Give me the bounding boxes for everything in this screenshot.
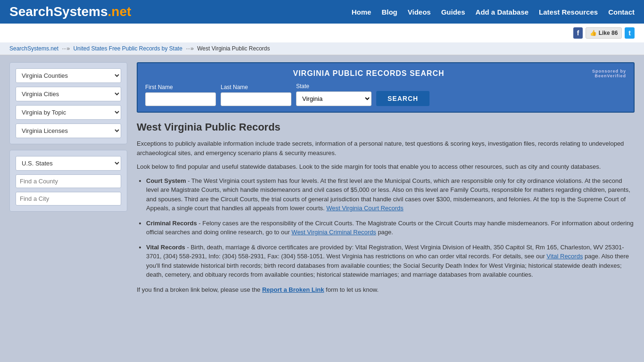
virginia-cities-select[interactable]: Virginia Cities Alexandria Bristol — [16, 87, 121, 101]
virginia-counties-select[interactable]: Virginia Counties Accomack Albemarle All… — [16, 68, 121, 83]
nav-blog[interactable]: Blog — [381, 8, 397, 16]
search-box-title: VIRGINIA PUBLIC RECORDS SEARCH Sponsored… — [145, 69, 626, 78]
search-box-heading: VIRGINIA PUBLIC RECORDS SEARCH — [145, 69, 592, 78]
sidebar-section-virginia: Virginia Counties Accomack Albemarle All… — [9, 62, 127, 144]
breadcrumb-sep1: ···» — [62, 45, 70, 52]
nav-contact[interactable]: Contact — [608, 8, 635, 16]
last-name-input[interactable] — [221, 92, 291, 106]
breadcrumb-states[interactable]: United States Free Public Records by Sta… — [73, 45, 182, 52]
intro-paragraph-2: Look below to find popular and useful st… — [137, 162, 635, 172]
content-area: VIRGINIA PUBLIC RECORDS SEARCH Sponsored… — [127, 62, 635, 299]
first-name-input[interactable] — [145, 92, 216, 106]
page-title: West Virginia Public Records — [137, 121, 635, 133]
vital-records-link[interactable]: Vital Records — [546, 253, 583, 260]
content-list: Court System - The West Virginia court s… — [137, 176, 635, 280]
first-name-group: First Name — [145, 84, 216, 106]
report-broken-link[interactable]: Report a Broken Link — [262, 286, 324, 293]
us-states-select[interactable]: U.S. States Alabama Alaska West Virginia — [16, 156, 121, 171]
breadcrumb-current: West Virginia Public Records — [197, 45, 270, 52]
breadcrumb-sep2: ···» — [186, 45, 194, 52]
breadcrumb: SearchSystems.net ···» United States Fre… — [0, 42, 644, 55]
virginia-by-topic-select[interactable]: Virginia by Topic Birth Records Death Re… — [16, 105, 121, 120]
logo-area: SearchSystems.net — [9, 4, 131, 19]
state-label: State — [296, 83, 372, 90]
facebook-button[interactable]: f — [573, 27, 583, 39]
last-name-label: Last Name — [221, 84, 291, 90]
find-city-input[interactable] — [16, 192, 121, 206]
criminal-title: Criminal Records — [146, 220, 197, 227]
main-container: Virginia Counties Accomack Albemarle All… — [0, 55, 644, 306]
footer-text: If you find a broken link below, please … — [137, 286, 260, 293]
twitter-button[interactable]: t — [625, 27, 635, 39]
state-select[interactable]: Virginia West Virginia Alabama Alaska Ar… — [296, 91, 372, 106]
social-bar: f 👍 Like 86 t — [0, 24, 644, 42]
search-box: VIRGINIA PUBLIC RECORDS SEARCH Sponsored… — [137, 62, 635, 113]
logo-text[interactable]: SearchSystems.net — [9, 4, 131, 19]
logo-name: SearchSystems — [9, 4, 108, 19]
footer-paragraph: If you find a broken link below, please … — [137, 285, 635, 295]
breadcrumb-home[interactable]: SearchSystems.net — [9, 45, 58, 52]
intro-paragraph-1: Exceptions to publicly available informa… — [137, 139, 635, 157]
nav-area: Home Blog Videos Guides Add a Database L… — [352, 8, 635, 16]
sidebar-section-us: U.S. States Alabama Alaska West Virginia — [9, 150, 127, 212]
facebook-like-button[interactable]: 👍 Like 86 — [586, 27, 622, 39]
header: SearchSystems.net Home Blog Videos Guide… — [0, 0, 644, 24]
nav-guides[interactable]: Guides — [441, 8, 465, 16]
find-county-input[interactable] — [16, 174, 121, 188]
logo-net: .net — [108, 4, 132, 19]
virginia-licenses-select[interactable]: Virginia Licenses Business Licenses — [16, 123, 121, 138]
state-group: State Virginia West Virginia Alabama Ala… — [296, 83, 372, 106]
content-text: Exceptions to publicly available informa… — [137, 139, 635, 294]
nav-videos[interactable]: Videos — [408, 8, 431, 16]
footer-text2: form to let us know. — [326, 286, 379, 293]
search-form: First Name Last Name State Virginia West… — [145, 83, 626, 106]
sponsored-text: Sponsored byBeenVerified — [592, 69, 626, 78]
list-item-court: Court System - The West Virginia court s… — [146, 176, 635, 213]
nav-add-database[interactable]: Add a Database — [476, 8, 529, 16]
court-records-link[interactable]: West Virginia Court Records — [326, 205, 404, 212]
search-button[interactable]: SEARCH — [376, 91, 429, 106]
court-title: Court System — [146, 177, 186, 184]
last-name-group: Last Name — [221, 84, 291, 106]
list-item-criminal: Criminal Records - Felony cases are the … — [146, 219, 635, 237]
criminal-records-link[interactable]: West Virginia Criminal Records — [291, 229, 376, 236]
criminal-text-after: page. — [378, 229, 393, 236]
list-item-vital: Vital Records - Birth, death, marriage &… — [146, 243, 635, 280]
nav-home[interactable]: Home — [352, 8, 372, 16]
vital-title: Vital Records — [146, 244, 185, 251]
nav-latest-resources[interactable]: Latest Resources — [539, 8, 598, 16]
sidebar: Virginia Counties Accomack Albemarle All… — [9, 62, 127, 299]
first-name-label: First Name — [145, 84, 216, 90]
